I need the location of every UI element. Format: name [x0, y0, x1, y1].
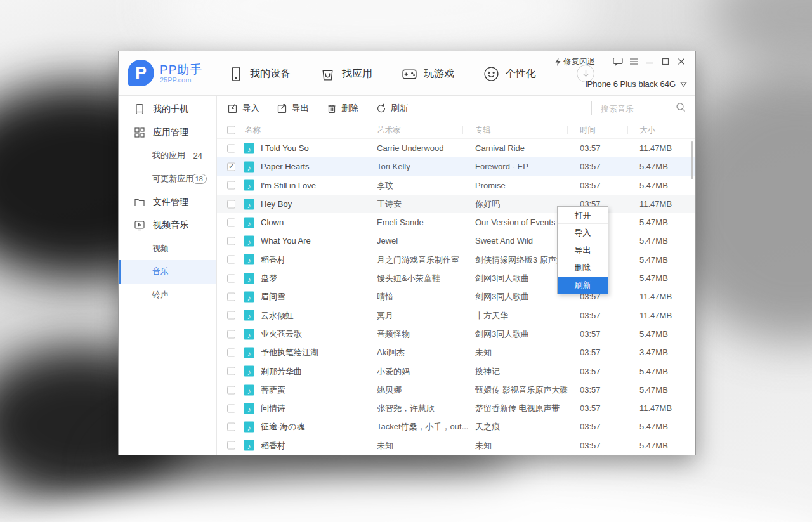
song-size: 5.47MB — [639, 213, 668, 232]
song-size: 11.47MB — [639, 139, 672, 157]
song-time: 03:57 — [580, 306, 601, 325]
sidebar-item-app-management[interactable]: 应用管理 — [119, 121, 216, 145]
row-checkbox[interactable] — [227, 311, 235, 320]
export-icon — [277, 103, 287, 114]
song-name: 稻香村 — [261, 436, 285, 454]
search-input[interactable] — [601, 104, 676, 114]
song-size: 5.47MB — [639, 362, 668, 381]
song-artist: Jewel — [377, 232, 398, 250]
import-button[interactable]: 导入 — [228, 103, 259, 114]
context-menu-item[interactable]: 删除 — [558, 259, 608, 276]
maximize-button[interactable] — [658, 56, 673, 67]
row-checkbox[interactable] — [227, 293, 235, 301]
row-checkbox[interactable] — [227, 404, 235, 412]
sidebar-item-video[interactable]: 视频 — [119, 237, 216, 261]
app-logo[interactable]: P PP助手 25PP.com — [128, 60, 202, 86]
main-menu-button[interactable] — [626, 56, 641, 67]
lightning-icon — [555, 58, 561, 66]
table-row[interactable]: 征途-海の魂 Tacket竹桑，小千，out... 天之痕 03:57 5.47… — [217, 417, 695, 436]
song-album: 剑网3同人歌曲 — [475, 325, 529, 343]
song-artist: 馒头妞&小荣童鞋 — [377, 269, 440, 287]
shopping-bag-icon — [320, 66, 336, 82]
sidebar-item-my-apps[interactable]: 我的应用 24 — [119, 144, 216, 167]
pp-logo-icon: P — [128, 60, 154, 86]
music-note-icon — [244, 366, 254, 377]
row-checkbox[interactable] — [227, 423, 235, 431]
nav-label: 玩游戏 — [424, 67, 454, 81]
song-artist: 晴愔 — [377, 287, 393, 306]
row-checkbox[interactable] — [227, 218, 235, 226]
table-row[interactable]: I'm Still in Love 李玟 Promise 03:57 5.47M… — [217, 176, 695, 195]
music-note-icon — [244, 161, 254, 172]
chevron-down-icon — [680, 82, 687, 87]
table-row[interactable]: Hey Boy 王诗安 你好吗 03:57 11.47MB — [217, 195, 695, 213]
nav-item-my-device[interactable]: 我的设备 — [228, 66, 291, 82]
sidebar-item-file-management[interactable]: 文件管理 — [119, 190, 216, 214]
search-box[interactable] — [591, 96, 695, 121]
song-album: Promise — [475, 176, 506, 195]
delete-button[interactable]: 删除 — [327, 103, 358, 114]
nav-item-find-apps[interactable]: 找应用 — [320, 66, 372, 82]
sidebar-item-ringtone[interactable]: 铃声 — [119, 284, 216, 307]
table-row[interactable]: 眉间雪 晴愔 剑网3同人歌曲 03:57 11.47MB — [217, 287, 695, 306]
context-menu-item[interactable]: 导出 — [558, 242, 608, 259]
table-row[interactable]: 业火苍云歌 音频怪物 剑网3同人歌曲 03:57 5.47MB — [217, 325, 695, 343]
row-checkbox[interactable] — [227, 144, 235, 152]
table-row[interactable]: 稻香村 未知 未知 03:57 5.47MB — [217, 436, 695, 454]
table-row[interactable]: What You Are Jewel Sweet And Wild 03:57 … — [217, 232, 695, 250]
export-button[interactable]: 导出 — [277, 103, 309, 114]
nav-item-personalize[interactable]: 个性化 — [483, 66, 536, 82]
sidebar-item-video-music[interactable]: 视频音乐 — [119, 214, 216, 237]
sidebar-item-updatable-apps[interactable]: 可更新应用 18 — [119, 167, 216, 191]
search-icon[interactable] — [676, 102, 686, 115]
table-row[interactable]: I Told You So Carrie Underwood Carnival … — [217, 139, 695, 157]
column-header-album[interactable]: 专辑 — [475, 121, 491, 139]
row-checkbox[interactable] — [227, 386, 235, 394]
row-checkbox[interactable] — [227, 162, 235, 171]
row-checkbox[interactable] — [227, 367, 235, 375]
close-button[interactable] — [674, 56, 689, 67]
device-selector[interactable]: iPhone 6 Plus black 64G — [586, 79, 687, 89]
row-checkbox[interactable] — [227, 330, 235, 338]
table-row[interactable]: 刹那芳华曲 小爱的妈 搜神记 03:57 5.47MB — [217, 362, 695, 381]
sidebar-label: 铃声 — [152, 289, 169, 301]
row-checkbox[interactable] — [227, 181, 235, 190]
table-row[interactable]: 云水倾虹 冥月 十方天华 03:57 11.47MB — [217, 306, 695, 325]
song-artist: 王诗安 — [377, 195, 402, 213]
row-checkbox[interactable] — [227, 441, 235, 450]
column-header-size[interactable]: 大小 — [639, 121, 655, 139]
context-menu-item[interactable]: 打开 — [558, 207, 608, 224]
feedback-button[interactable] — [610, 56, 625, 67]
row-checkbox[interactable] — [227, 256, 235, 264]
table-row[interactable]: 菩萨蛮 姚贝娜 甄嬛传 影视音乐原声大碟 03:57 5.47MB — [217, 381, 695, 399]
fix-crash-button[interactable]: 修复闪退 — [555, 56, 595, 67]
table-row[interactable]: 稻香村 月之门游戏音乐制作室 剑侠情缘网络版3 原声大碟 03:57 5.47M… — [217, 251, 695, 269]
table-row[interactable]: Clown Emeli Sande Our Version of Events … — [217, 213, 695, 232]
row-checkbox[interactable] — [227, 200, 235, 208]
minimize-button[interactable] — [642, 56, 657, 67]
row-checkbox[interactable] — [227, 348, 235, 356]
song-time: 03:57 — [580, 176, 601, 195]
refresh-button[interactable]: 刷新 — [376, 103, 408, 114]
scrollbar-thumb[interactable] — [691, 141, 693, 179]
column-header-time[interactable]: 时间 — [580, 121, 596, 139]
sidebar-item-music[interactable]: 音乐 — [119, 260, 216, 284]
search-divider — [591, 101, 592, 115]
sidebar-item-my-phone[interactable]: 我的手机 — [119, 98, 216, 121]
import-icon — [228, 103, 238, 114]
column-header-artist[interactable]: 艺术家 — [377, 121, 401, 139]
context-menu-item[interactable]: 刷新 — [558, 277, 608, 294]
song-album: 十方天华 — [475, 306, 508, 325]
row-checkbox[interactable] — [227, 274, 235, 282]
table-row[interactable]: 予他执笔绘江湖 Aki阿杰 未知 03:57 3.47MB — [217, 343, 695, 362]
context-menu-item[interactable]: 导入 — [558, 224, 608, 241]
table-row[interactable]: Paper Hearts Tori Kelly Foreword - EP 03… — [217, 157, 695, 176]
song-album: 剑网3同人歌曲 — [475, 269, 529, 287]
nav-item-play-games[interactable]: 玩游戏 — [402, 66, 454, 82]
table-row[interactable]: 蛊梦 馒头妞&小荣童鞋 剑网3同人歌曲 03:57 5.47MB — [217, 269, 695, 287]
song-time: 03:57 — [580, 417, 601, 436]
select-all-checkbox[interactable] — [227, 126, 235, 134]
row-checkbox[interactable] — [227, 237, 235, 245]
table-row[interactable]: 问情诗 张智尧，许慧欣 楚留香新传 电视原声带 03:57 11.47MB — [217, 399, 695, 417]
column-header-name[interactable]: 名称 — [245, 121, 261, 139]
